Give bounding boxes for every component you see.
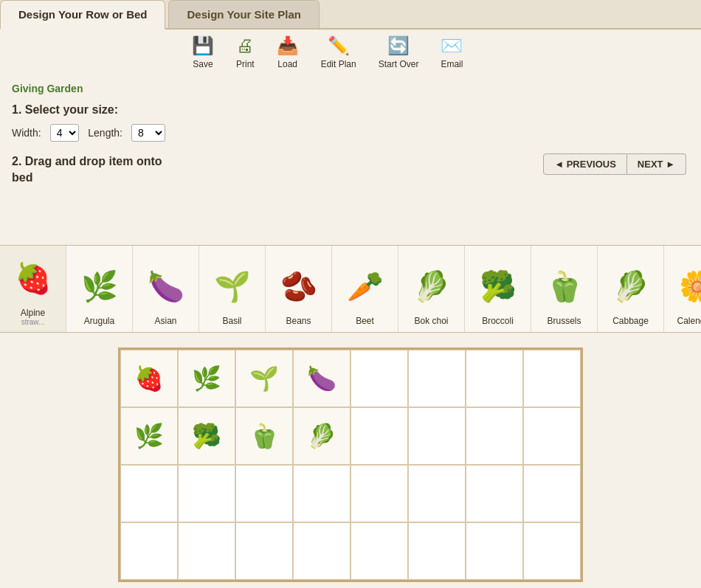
plant-item-broccoli[interactable]: 🥦 Broccoli xyxy=(465,246,531,332)
size-section-label: 1. Select your size: xyxy=(12,103,165,117)
grid-cell-2-5[interactable] xyxy=(408,465,466,522)
plant-name-bokchoi: Bok choi xyxy=(414,316,448,326)
email-button[interactable]: ✉️ Email xyxy=(441,35,463,69)
plant-img-beet: 🥕 xyxy=(339,260,392,313)
grid-cell-2-2[interactable] xyxy=(235,465,293,522)
plant-img-brussels: 🫑 xyxy=(538,260,591,313)
width-select[interactable]: 4 6 8 xyxy=(50,124,80,142)
next-button[interactable]: NEXT ► xyxy=(627,153,686,175)
plant-name-asian: Asian xyxy=(154,316,176,326)
grid-cell-2-0[interactable] xyxy=(120,465,178,522)
email-icon: ✉️ xyxy=(441,35,463,56)
plant-img-bokchoi: 🥬 xyxy=(405,260,458,313)
start-over-icon: 🔄 xyxy=(387,35,410,56)
save-icon: 💾 xyxy=(192,35,214,56)
plant-name-broccoli: Broccoli xyxy=(482,316,514,326)
grid-cell-content-1-1: 🥦 xyxy=(192,424,221,448)
grid-cell-1-3[interactable]: 🥬 xyxy=(293,407,350,465)
grid-cell-1-4[interactable] xyxy=(350,407,408,465)
plant-item-arugula[interactable]: 🌿 Arugula xyxy=(66,246,133,332)
plant-img-basil: 🌱 xyxy=(206,260,259,313)
grid-cell-1-1[interactable]: 🥦 xyxy=(178,407,235,465)
grid-cell-3-5[interactable] xyxy=(408,522,466,580)
plant-strip-container: 🍓 Alpine straw... 🌿 Arugula 🍆 Asian 🌱 Ba… xyxy=(0,245,701,333)
save-button[interactable]: 💾 Save xyxy=(192,35,214,69)
grid-cell-3-0[interactable] xyxy=(120,522,178,580)
grid-cell-1-0[interactable]: 🌿 xyxy=(120,407,178,465)
plant-name-brussels: Brussels xyxy=(547,316,581,326)
grid-cell-3-7[interactable] xyxy=(523,522,581,580)
length-label: Length: xyxy=(88,127,122,139)
plant-img-asian: 🍆 xyxy=(139,260,193,313)
plant-img-arugula: 🌿 xyxy=(73,260,126,313)
plant-item-bokchoi[interactable]: 🥬 Bok choi xyxy=(398,246,465,332)
load-button[interactable]: 📥 Load xyxy=(277,35,299,69)
grid-cell-0-4[interactable] xyxy=(350,350,408,407)
grid-cell-3-2[interactable] xyxy=(235,522,293,580)
grid-cell-0-2[interactable]: 🌱 xyxy=(235,350,293,407)
start-over-label: Start Over xyxy=(379,59,419,69)
grid-cell-2-3[interactable] xyxy=(293,465,350,522)
plant-img-broccoli: 🥦 xyxy=(472,260,525,313)
grid-cell-content-1-3: 🥬 xyxy=(307,424,336,448)
plant-item-asian[interactable]: 🍆 Asian xyxy=(133,246,199,332)
grid-cell-3-1[interactable] xyxy=(178,522,235,580)
grid-cell-content-0-2: 🌱 xyxy=(249,367,279,390)
load-label: Load xyxy=(277,59,297,69)
plant-img-calendula: 🌼 xyxy=(671,260,702,313)
grid-cell-2-7[interactable] xyxy=(523,465,581,522)
grid-cell-0-0[interactable]: 🍓 xyxy=(120,350,178,407)
plant-name-beet: Beet xyxy=(356,316,374,326)
width-label: Width: xyxy=(12,127,41,139)
nav-buttons: ◄ PREVIOUS NEXT ► xyxy=(543,153,686,175)
start-over-button[interactable]: 🔄 Start Over xyxy=(379,35,419,69)
plant-item-alpine[interactable]: 🍓 Alpine straw... xyxy=(0,246,66,332)
plant-name-calendula: Calendula xyxy=(677,316,701,326)
grid-cell-3-4[interactable] xyxy=(350,522,408,580)
grid-cell-0-6[interactable] xyxy=(466,350,523,407)
grid-cell-2-1[interactable] xyxy=(178,465,235,522)
garden-grid: 🍓🌿🌱🍆🌿🥦🫑🥬 xyxy=(118,347,583,582)
print-label: Print xyxy=(236,59,255,69)
plant-name-arugula: Arugula xyxy=(84,316,114,326)
previous-button[interactable]: ◄ PREVIOUS xyxy=(543,153,627,175)
grid-cell-1-5[interactable] xyxy=(408,407,466,465)
garden-grid-container: 🍓🌿🌱🍆🌿🥦🫑🥬 xyxy=(0,347,701,582)
load-icon: 📥 xyxy=(277,35,299,56)
plant-item-beet[interactable]: 🥕 Beet xyxy=(332,246,398,332)
length-select[interactable]: 8 10 12 xyxy=(131,124,165,142)
edit-plan-button[interactable]: ✏️ Edit Plan xyxy=(321,35,356,69)
edit-plan-label: Edit Plan xyxy=(321,59,356,69)
plant-img-alpine: 🍓 xyxy=(7,252,60,305)
grid-cell-0-7[interactable] xyxy=(523,350,581,407)
grid-cell-1-7[interactable] xyxy=(523,407,581,465)
grid-cell-content-0-3: 🍆 xyxy=(307,367,336,390)
grid-cell-0-3[interactable]: 🍆 xyxy=(293,350,350,407)
grid-cell-0-5[interactable] xyxy=(408,350,466,407)
grid-cell-3-3[interactable] xyxy=(293,522,350,580)
grid-cell-1-2[interactable]: 🫑 xyxy=(235,407,293,465)
plant-item-brussels[interactable]: 🫑 Brussels xyxy=(531,246,598,332)
grid-cell-3-6[interactable] xyxy=(466,522,523,580)
plant-item-calendula[interactable]: 🌼 Calendula xyxy=(664,246,701,332)
plant-name-basil: Basil xyxy=(222,316,241,326)
grid-cell-content-1-0: 🌿 xyxy=(134,424,164,448)
tab-row-bed[interactable]: Design Your Row or Bed xyxy=(0,0,165,30)
top-section: Giving Garden 1. Select your size: Width… xyxy=(0,30,701,75)
grid-cell-2-4[interactable] xyxy=(350,465,408,522)
email-label: Email xyxy=(441,59,463,69)
tab-site-plan[interactable]: Design Your Site Plan xyxy=(168,0,319,28)
grid-cell-2-6[interactable] xyxy=(466,465,523,522)
grid-cell-1-6[interactable] xyxy=(466,407,523,465)
plant-name-alpine: Alpine xyxy=(21,308,45,318)
plant-item-cabbage[interactable]: 🥬 Cabbage xyxy=(598,246,664,332)
plant-img-cabbage: 🥬 xyxy=(604,260,657,313)
print-button[interactable]: 🖨 Print xyxy=(236,35,255,69)
grid-cell-0-1[interactable]: 🌿 xyxy=(178,350,235,407)
left-panel: Giving Garden 1. Select your size: Width… xyxy=(0,74,177,196)
plant-name-beans: Beans xyxy=(286,316,311,326)
grid-cell-content-1-2: 🫑 xyxy=(249,424,279,448)
plant-img-beans: 🫘 xyxy=(272,260,325,313)
plant-item-basil[interactable]: 🌱 Basil xyxy=(199,246,266,332)
plant-item-beans[interactable]: 🫘 Beans xyxy=(266,246,332,332)
